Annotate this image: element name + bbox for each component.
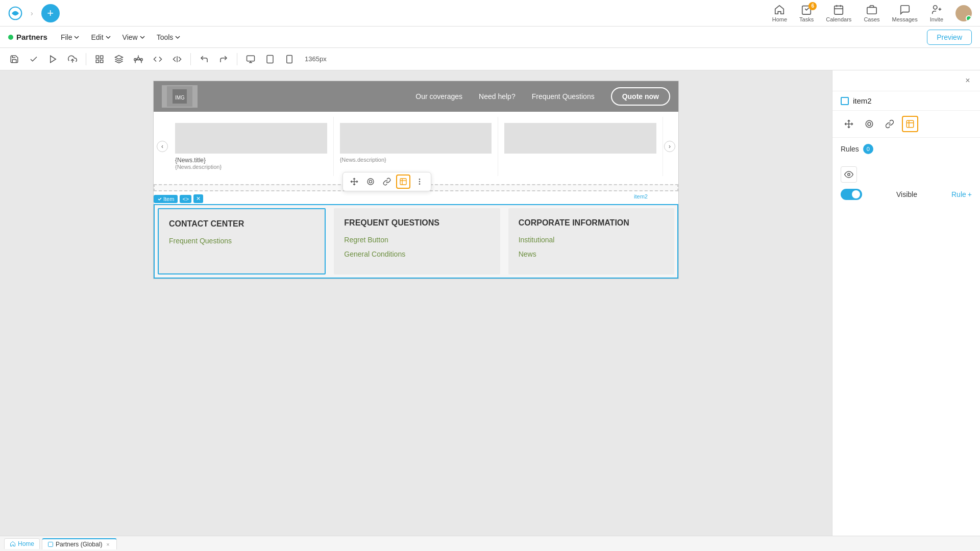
calendars-nav-item[interactable]: Calendars [826,4,851,22]
mobile-view-button[interactable] [281,51,298,67]
link-tool-button[interactable] [380,174,394,189]
home-nav-item[interactable]: Home [772,4,787,22]
rp-style-button[interactable] [861,116,877,132]
visibility-eye-button[interactable] [841,166,857,183]
rule-tool-button[interactable] [396,174,410,189]
view-menu[interactable]: View [117,31,151,43]
invite-nav-item[interactable]: Invite [930,4,943,22]
news-card-image-1 [175,123,327,154]
footer-link-faq[interactable]: Frequent Questions [169,237,314,245]
visible-toggle-row: Visible Rule + [841,189,972,200]
partners-tab[interactable]: Partners (Global) × [42,538,117,549]
nav-link-coverages[interactable]: Our coverages [415,92,462,101]
svg-point-46 [868,122,871,126]
preview-button[interactable]: Preview [927,30,972,45]
top-navigation: › + Home 6 Tasks Calendars Cases Message… [0,0,980,27]
tools-menu[interactable]: Tools [152,31,186,43]
style-tool-button[interactable] [363,174,378,189]
editor-toolbar: 1365px [0,48,980,70]
news-card-desc-2: {News.description} [340,157,492,163]
item-badge[interactable]: Item [154,195,178,203]
svg-point-44 [419,184,420,184]
carousel-next-button[interactable]: › [664,141,675,152]
footer-link-regret[interactable]: Regret Button [344,236,489,244]
site-logo: IMG [162,85,198,108]
svg-rect-3 [835,6,843,14]
svg-rect-14 [96,56,99,58]
right-panel-close-button[interactable]: × [962,74,974,87]
tree-button[interactable] [130,51,146,67]
item-chevron-button[interactable]: ✕ [193,194,203,203]
toolbar-separator-3 [237,53,237,65]
tablet-view-button[interactable] [262,51,278,67]
item2-label: item2 [634,193,648,199]
element-toolbar [342,172,431,191]
edit-menu[interactable]: Edit [86,31,116,43]
svg-rect-15 [101,56,103,58]
save-button[interactable] [6,51,22,67]
check-button[interactable] [26,51,42,67]
rp-rules-button[interactable] [902,116,918,132]
right-panel-header: × [832,70,980,91]
grid-button[interactable] [91,51,108,67]
site-header: IMG Our coverages Need help? Frequent Qu… [154,81,678,112]
quote-button[interactable]: Quote now [611,87,670,106]
tasks-nav-item[interactable]: 6 Tasks [799,4,814,22]
more-options-button[interactable] [412,174,427,189]
footer-content: CONTACT CENTER Frequent Questions FREQUE… [154,204,678,279]
news-carousel-inner: {News.title} {News.description} {News.de… [169,117,663,176]
cases-nav-item[interactable]: Cases [864,4,879,22]
rule-plus-button[interactable]: Rule + [951,190,972,198]
site-name-badge: Partners [8,33,47,41]
svg-line-26 [138,59,141,60]
item-checkbox[interactable] [841,97,849,105]
footer-link-conditions[interactable]: General Conditions [344,250,489,258]
file-menu[interactable]: File [56,31,85,43]
svg-marker-18 [115,55,123,59]
messages-nav-label: Messages [892,16,918,22]
footer-link-news[interactable]: News [519,250,664,258]
visible-label: Visible [896,190,917,198]
svg-marker-12 [51,56,56,63]
nav-link-faq[interactable]: Frequent Questions [532,92,595,101]
site-navigation: Partners File Edit View Tools Preview [0,27,980,48]
visible-toggle[interactable] [841,189,862,200]
play-button[interactable] [45,51,61,67]
user-avatar[interactable] [955,5,972,21]
partners-tab-label: Partners (Global) [56,541,102,548]
svg-point-38 [369,180,372,183]
news-card-title-1: {News.title} [175,157,327,164]
partners-tab-close[interactable]: × [104,541,111,548]
news-card-desc-1: {News.description} [175,164,327,170]
nav-link-help[interactable]: Need help? [479,92,516,101]
desktop-view-button[interactable] [242,51,259,67]
svg-point-50 [848,173,850,176]
tasks-badge: 6 [808,2,817,10]
messages-nav-item[interactable]: Messages [892,4,918,22]
rp-link-button[interactable] [881,116,898,132]
rp-move-button[interactable] [841,116,857,132]
canvas-area[interactable]: IMG Our coverages Need help? Frequent Qu… [0,70,832,536]
item-code-button[interactable]: <> [180,195,191,203]
html-button[interactable] [169,51,185,67]
code-button[interactable] [150,51,166,67]
layers-button[interactable] [111,51,127,67]
footer-col-contact-title: CONTACT CENTER [169,219,314,229]
site-online-indicator [8,35,13,40]
carousel-prev-button[interactable]: ‹ [157,141,168,152]
home-tab[interactable]: Home [4,538,40,549]
upload-button[interactable] [64,51,81,67]
home-tab-label: Home [18,540,34,547]
home-nav-label: Home [772,16,787,22]
svg-point-8 [933,5,937,9]
footer-link-institutional[interactable]: Institutional [519,236,664,244]
add-button[interactable]: + [41,4,60,22]
canvas-inner: IMG Our coverages Need help? Frequent Qu… [0,70,832,536]
redo-button[interactable] [215,51,232,67]
news-card-1: {News.title} {News.description} [169,117,334,176]
undo-button[interactable] [196,51,212,67]
viewport-size-label: 1365px [301,55,331,63]
news-carousel: ‹ {News.title} {News.description} {News.… [154,112,678,181]
news-card-image-2 [340,123,492,154]
move-tool-button[interactable] [347,174,361,189]
